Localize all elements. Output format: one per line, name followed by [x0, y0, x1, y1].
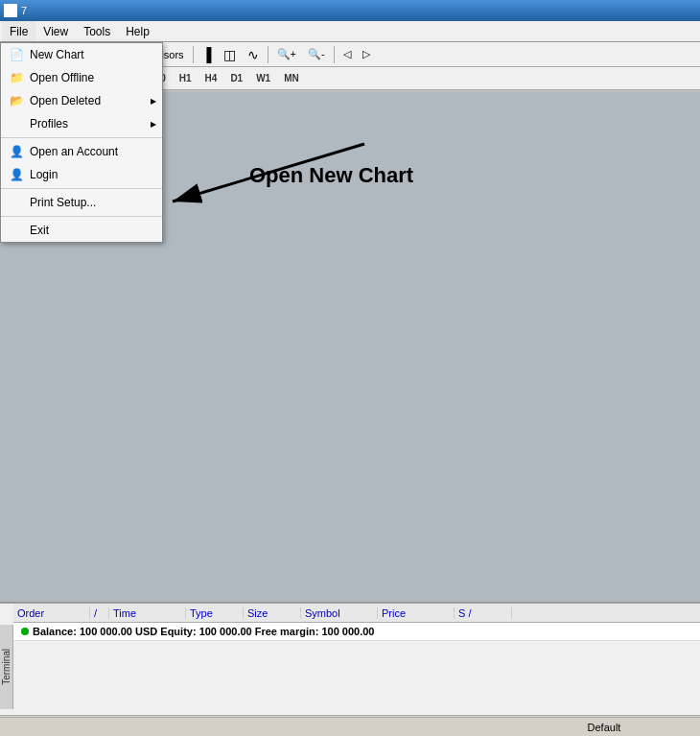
menu-profiles[interactable]: Profiles — [1, 112, 162, 135]
chart-candle-icon: ◫ — [223, 47, 236, 62]
status-dot — [21, 628, 29, 635]
toolbar-scroll-right-btn[interactable]: ▷ — [358, 44, 375, 65]
col-order: Order — [13, 607, 90, 619]
zoom-in-icon: 🔍+ — [277, 48, 296, 60]
menu-tools[interactable]: Tools — [76, 21, 118, 41]
chart-line-icon: ∿ — [247, 47, 259, 62]
menu-file[interactable]: File — [2, 21, 35, 41]
col-size: Size — [244, 607, 301, 619]
toolbar-zoom-out-btn[interactable]: 🔍- — [303, 44, 330, 65]
table-header: Order / Time Type Size Symbol Price S / — [13, 604, 700, 623]
menu-open-account[interactable]: 👤 Open an Account — [1, 140, 162, 163]
status-bar: Default — [0, 717, 700, 736]
balance-text: Balance: 100 000.00 USD Equity: 100 000.… — [33, 626, 374, 637]
tf-h4[interactable]: H4 — [200, 71, 222, 85]
toolbar-chart-candle-btn[interactable]: ◫ — [219, 44, 241, 65]
scroll-left-icon: ◁ — [343, 48, 351, 60]
status-default-label: Default — [588, 722, 621, 733]
dropdown-sep-1 — [1, 137, 162, 138]
tf-h1[interactable]: H1 — [175, 71, 197, 85]
menu-bar: File View Tools Help — [0, 21, 700, 42]
toolbar-separator-2 — [193, 46, 194, 63]
menu-new-chart[interactable]: 📄 New Chart — [1, 43, 162, 66]
open-offline-icon: 📁 — [9, 70, 24, 85]
toolbar-scroll-left-btn[interactable]: ◁ — [338, 44, 356, 65]
title-bar: ■ 7 — [0, 0, 700, 21]
profiles-label: Profiles — [30, 117, 68, 131]
bottom-panel: Order / Time Type Size Symbol Price S / … — [0, 602, 700, 736]
tf-mn[interactable]: MN — [279, 71, 304, 85]
terminal-label: Terminal — [0, 625, 13, 709]
menu-view[interactable]: View — [35, 21, 76, 41]
print-setup-icon — [9, 195, 24, 210]
exit-icon — [9, 223, 24, 238]
login-icon: 👤 — [9, 167, 24, 182]
menu-exit[interactable]: Exit — [1, 219, 162, 242]
open-account-label: Open an Account — [30, 145, 118, 158]
col-type: Type — [186, 607, 244, 619]
zoom-out-icon: 🔍- — [308, 48, 325, 60]
menu-help[interactable]: Help — [118, 21, 157, 41]
title-number: 7 — [21, 5, 27, 16]
file-dropdown-menu: 📄 New Chart 📁 Open Offline 📂 Open Delete… — [0, 42, 163, 243]
login-label: Login — [30, 168, 58, 181]
open-account-icon: 👤 — [9, 144, 24, 159]
col-price: Price — [378, 607, 455, 619]
profiles-icon — [9, 116, 24, 131]
open-deleted-icon: 📂 — [9, 93, 24, 108]
annotation-text: Open New Chart — [249, 163, 413, 188]
balance-row: Balance: 100 000.00 USD Equity: 100 000.… — [13, 623, 700, 641]
dropdown-sep-3 — [1, 216, 162, 217]
exit-label: Exit — [30, 224, 49, 237]
menu-login[interactable]: 👤 Login — [1, 163, 162, 186]
col-slash: / — [90, 607, 109, 619]
toolbar-chart-bar-btn[interactable]: ▐ — [198, 44, 217, 65]
scroll-right-icon: ▷ — [362, 48, 370, 60]
open-deleted-label: Open Deleted — [30, 94, 101, 107]
chart-bar-icon: ▐ — [202, 47, 212, 62]
menu-open-deleted[interactable]: 📂 Open Deleted — [1, 89, 162, 112]
toolbar-separator-3 — [268, 46, 268, 63]
new-chart-label: New Chart — [30, 48, 84, 61]
col-sl: S / — [455, 607, 512, 619]
toolbar-separator-4 — [334, 46, 335, 63]
menu-open-offline[interactable]: 📁 Open Offline — [1, 66, 162, 89]
menu-print-setup[interactable]: Print Setup... — [1, 191, 162, 214]
toolbar-zoom-in-btn[interactable]: 🔍+ — [272, 44, 301, 65]
new-chart-icon: 📄 — [9, 47, 24, 62]
status-default-section: Default — [508, 722, 700, 733]
toolbar-chart-line-btn[interactable]: ∿ — [243, 44, 264, 65]
print-setup-label: Print Setup... — [30, 196, 96, 209]
open-offline-label: Open Offline — [30, 71, 94, 84]
terminal-text: Terminal — [1, 649, 12, 685]
col-time: Time — [109, 607, 186, 619]
col-symbol: Symbol — [301, 607, 378, 619]
app-icon: ■ — [4, 4, 17, 17]
dropdown-sep-2 — [1, 188, 162, 189]
tf-d1[interactable]: D1 — [225, 71, 247, 85]
tf-w1[interactable]: W1 — [251, 71, 275, 85]
